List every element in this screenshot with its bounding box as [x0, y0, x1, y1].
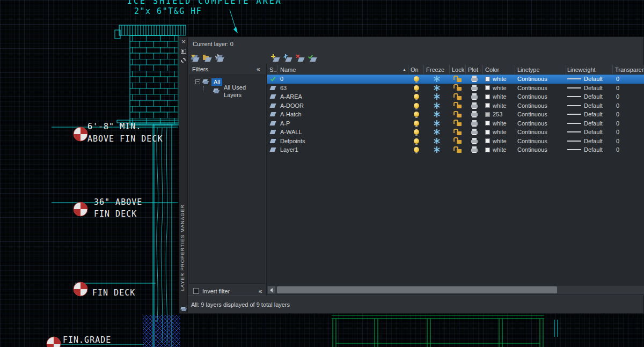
layer-row[interactable]: Layer1 white Continuous Default 0 — [267, 145, 644, 154]
layer-lock-toggle[interactable] — [450, 128, 466, 137]
layer-linetype[interactable]: Continuous — [515, 128, 566, 137]
layer-lock-toggle[interactable] — [450, 110, 466, 119]
tree-collapse-box-icon[interactable] — [195, 79, 200, 84]
layer-on-toggle[interactable] — [408, 119, 424, 128]
layer-lineweight[interactable]: Default — [566, 101, 613, 110]
layer-freeze-toggle[interactable] — [424, 92, 450, 101]
column-header-transparency[interactable]: Transparency — [613, 65, 644, 74]
layer-linetype[interactable]: Continuous — [515, 119, 566, 128]
new-property-filter-button[interactable] — [190, 54, 200, 63]
column-header-freeze[interactable]: Freeze — [424, 65, 450, 74]
layer-row[interactable]: A-DOOR white Continuous Default 0 — [267, 101, 644, 110]
layer-color-cell[interactable]: white — [483, 137, 515, 146]
column-header-on[interactable]: On — [408, 65, 424, 74]
layer-freeze-toggle[interactable] — [424, 137, 450, 146]
layer-color-cell[interactable]: white — [483, 119, 515, 128]
layer-transparency[interactable]: 0 — [613, 84, 644, 93]
column-header-name[interactable]: Name ▲ — [278, 65, 408, 74]
layer-linetype[interactable]: Continuous — [515, 137, 566, 146]
layer-lock-toggle[interactable] — [450, 119, 466, 128]
layer-row[interactable]: 63 white Continuous Default 0 — [267, 84, 644, 93]
layer-color-cell[interactable]: white — [483, 75, 515, 84]
layer-lineweight[interactable]: Default — [566, 128, 613, 137]
layer-transparency[interactable]: 0 — [613, 92, 644, 101]
layer-plot-toggle[interactable] — [466, 110, 483, 119]
layer-freeze-toggle[interactable] — [424, 75, 450, 84]
layer-plot-toggle[interactable] — [466, 84, 483, 93]
layer-on-toggle[interactable] — [408, 137, 424, 146]
column-header-lock[interactable]: Lock — [450, 65, 466, 74]
collapse-invert-chevron[interactable]: « — [259, 288, 262, 294]
layer-plot-toggle[interactable] — [466, 101, 483, 110]
layer-lineweight[interactable]: Default — [566, 145, 613, 154]
layer-lock-toggle[interactable] — [450, 92, 466, 101]
layer-linetype[interactable]: Continuous — [515, 145, 566, 154]
layer-on-toggle[interactable] — [408, 128, 424, 137]
layer-lock-toggle[interactable] — [450, 75, 466, 84]
layer-row[interactable]: A-WALL white Continuous Default 0 — [267, 128, 644, 137]
layer-states-manager-button[interactable] — [215, 54, 224, 63]
layer-plot-toggle[interactable] — [466, 145, 483, 154]
layer-lock-toggle[interactable] — [450, 137, 466, 146]
layer-lock-toggle[interactable] — [450, 84, 466, 93]
set-current-layer-button[interactable] — [308, 54, 317, 63]
layer-linetype[interactable]: Continuous — [515, 84, 566, 93]
properties-gear-icon[interactable] — [181, 58, 186, 63]
layer-color-cell[interactable]: white — [483, 101, 515, 110]
layer-linetype[interactable]: Continuous — [515, 101, 566, 110]
layer-color-cell[interactable]: white — [483, 128, 515, 137]
layer-plot-toggle[interactable] — [466, 75, 483, 84]
column-header-color[interactable]: Color — [483, 65, 515, 74]
filter-tree-item-all-used-layers[interactable]: All Used Layers — [189, 86, 265, 95]
layer-linetype[interactable]: Continuous — [515, 75, 566, 84]
layer-color-cell[interactable]: white — [483, 84, 515, 93]
layer-transparency[interactable]: 0 — [613, 128, 644, 137]
layer-freeze-toggle[interactable] — [424, 145, 450, 154]
layer-row[interactable]: 0 white Continuous Default 0 — [267, 75, 644, 84]
layer-lock-toggle[interactable] — [450, 145, 466, 154]
layer-on-toggle[interactable] — [408, 92, 424, 101]
layer-lineweight[interactable]: Default — [566, 137, 613, 146]
layer-color-cell[interactable]: white — [483, 145, 515, 154]
collapse-filters-chevron[interactable]: « — [257, 66, 260, 72]
scrollbar-thumb[interactable] — [277, 286, 557, 293]
layer-on-toggle[interactable] — [408, 84, 424, 93]
layer-transparency[interactable]: 0 — [613, 101, 644, 110]
layer-linetype[interactable]: Continuous — [515, 92, 566, 101]
delete-layer-button[interactable] — [295, 54, 305, 63]
layer-lineweight[interactable]: Default — [566, 110, 613, 119]
layer-lock-toggle[interactable] — [450, 101, 466, 110]
new-group-filter-button[interactable] — [202, 54, 212, 63]
layer-plot-toggle[interactable] — [466, 92, 483, 101]
new-layer-button[interactable] — [270, 54, 280, 63]
layer-transparency[interactable]: 0 — [613, 75, 644, 84]
layer-transparency[interactable]: 0 — [613, 119, 644, 128]
layer-plot-toggle[interactable] — [466, 137, 483, 146]
layer-on-toggle[interactable] — [408, 110, 424, 119]
horizontal-scrollbar[interactable] — [267, 286, 644, 294]
layer-color-cell[interactable]: white — [483, 92, 515, 101]
new-layer-vp-frozen-button[interactable] — [283, 54, 292, 63]
layer-color-cell[interactable]: 253 — [483, 110, 515, 119]
layer-plot-toggle[interactable] — [466, 119, 483, 128]
auto-hide-icon[interactable] — [181, 49, 186, 54]
close-icon[interactable]: × — [179, 38, 188, 46]
layer-freeze-toggle[interactable] — [424, 110, 450, 119]
layer-transparency[interactable]: 0 — [613, 137, 644, 146]
layer-row[interactable]: A-Hatch 253 Continuous Default 0 — [267, 110, 644, 119]
layer-transparency[interactable]: 0 — [613, 145, 644, 154]
layer-on-toggle[interactable] — [408, 101, 424, 110]
layer-lineweight[interactable]: Default — [566, 92, 613, 101]
column-header-linetype[interactable]: Linetype — [515, 65, 566, 74]
column-header-status[interactable]: S.. — [267, 65, 278, 74]
layer-freeze-toggle[interactable] — [424, 101, 450, 110]
layer-plot-toggle[interactable] — [466, 128, 483, 137]
layer-lineweight[interactable]: Default — [566, 119, 613, 128]
layer-transparency[interactable]: 0 — [613, 110, 644, 119]
layer-row[interactable]: A-AREA white Continuous Default 0 — [267, 92, 644, 101]
layer-freeze-toggle[interactable] — [424, 119, 450, 128]
layer-freeze-toggle[interactable] — [424, 84, 450, 93]
invert-filter-checkbox[interactable] — [193, 288, 199, 294]
layer-lineweight[interactable]: Default — [566, 75, 613, 84]
column-header-lineweight[interactable]: Lineweight — [566, 65, 613, 74]
